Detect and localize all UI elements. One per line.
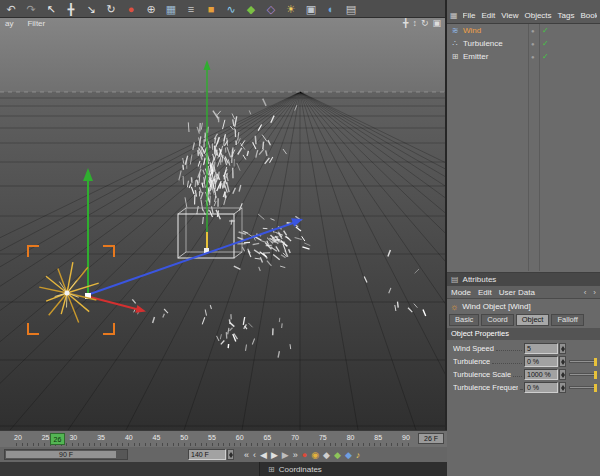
value-stepper[interactable] — [559, 356, 566, 367]
goto-start-button[interactable]: « — [244, 449, 249, 461]
key-position-button[interactable]: ◆ — [323, 449, 330, 461]
viewport-menu: ayFilter — [5, 19, 45, 28]
value-stepper[interactable] — [559, 343, 566, 354]
history-back-icon[interactable]: ‹ — [584, 288, 587, 297]
visibility-dot[interactable]: ● — [531, 28, 535, 34]
generator-icon[interactable]: ◆ — [243, 1, 259, 17]
attributes-panel: ▤ Attributes ModeEditUser Data ‹ › ☼ Win… — [447, 272, 600, 476]
value-stepper[interactable] — [559, 382, 566, 393]
viewport-menu-item[interactable]: Filter — [27, 19, 45, 28]
right-panel: ▦ FileEditViewObjectsTagsBookmarks ≋ Win… — [445, 0, 600, 476]
viewport-nav-controls: ╋↕↻▣ — [403, 18, 441, 28]
maximize-view-icon[interactable]: ▣ — [432, 18, 441, 28]
camera-icon[interactable]: ▣ — [303, 1, 319, 17]
autokey-button[interactable]: ◉ — [311, 449, 319, 461]
attributes-menu-item[interactable]: Edit — [478, 288, 492, 297]
play-sound-button[interactable]: ♪ — [356, 449, 361, 461]
undo-icon[interactable]: ↶ — [3, 1, 19, 17]
property-value-field[interactable]: 0 % — [524, 382, 558, 393]
modifier-icon[interactable]: ◇ — [263, 1, 279, 17]
object-manager-menu-item[interactable]: Edit — [481, 11, 495, 20]
object-label[interactable]: Wind — [463, 26, 481, 35]
rotate-view-icon[interactable]: ↻ — [421, 18, 429, 28]
object-manager-menu-item[interactable]: File — [463, 11, 476, 20]
scale-icon[interactable]: ↘ — [83, 1, 99, 17]
enabled-check-icon[interactable]: ✓ — [542, 39, 549, 48]
object-row-wind[interactable]: ≋ Wind ● ✓ — [447, 24, 600, 37]
zoom-view-icon[interactable]: ↕ — [412, 18, 417, 28]
play-button[interactable]: ▶ — [271, 449, 278, 461]
timeline-ruler[interactable]: 202530354045505560657075808590 26 26 F — [0, 430, 447, 447]
attributes-menu-item[interactable]: Mode — [451, 288, 471, 297]
attributes-menu-item[interactable]: User Data — [499, 288, 535, 297]
property-slider[interactable] — [569, 373, 597, 376]
timeline-tick-label: 60 — [236, 434, 244, 441]
end-frame-stepper[interactable] — [227, 449, 234, 460]
tab-basic[interactable]: Basic — [449, 314, 479, 326]
goto-end-button[interactable]: » — [293, 449, 298, 461]
section-header: Object Properties — [447, 328, 600, 340]
rotate-icon[interactable]: ↻ — [103, 1, 119, 17]
key-scale-button[interactable]: ◆ — [334, 449, 341, 461]
light-icon[interactable]: ☀ — [283, 1, 299, 17]
render-settings-icon[interactable]: ≡ — [183, 1, 199, 17]
property-value-field[interactable]: 1000 % — [524, 369, 558, 380]
environment-icon[interactable]: ◐ — [323, 1, 339, 17]
object-manager-menu-item[interactable]: Objects — [524, 11, 551, 20]
coordinate-system-icon[interactable]: ⊕ — [143, 1, 159, 17]
timeline-range-slider[interactable]: 90 F — [4, 449, 128, 460]
attribute-object-title-row: ☼ Wind Object [Wind] — [447, 299, 600, 314]
object-label[interactable]: Emitter — [463, 52, 488, 61]
viewport-3d[interactable]: ayFilter ╋↕↻▣ — [0, 18, 445, 430]
visibility-dot[interactable]: ● — [531, 54, 535, 60]
property-value-field[interactable]: 5 — [524, 343, 558, 354]
object-manager-menu-item[interactable]: Tags — [558, 11, 575, 20]
object-row-emitter[interactable]: ⊞ Emitter ● ✓ — [447, 50, 600, 63]
object-manager-icon: ▦ — [450, 11, 458, 20]
end-frame-field[interactable]: 140 F — [188, 449, 226, 460]
history-forward-icon[interactable]: › — [593, 288, 596, 297]
cube-primitive-icon[interactable]: ■ — [203, 1, 219, 17]
timeline-playhead[interactable]: 26 — [50, 433, 65, 445]
object-manager-menu-item[interactable]: View — [501, 11, 518, 20]
object-label[interactable]: Turbulence — [463, 39, 503, 48]
property-slider[interactable] — [569, 386, 597, 389]
value-stepper[interactable] — [559, 369, 566, 380]
status-bar-left — [0, 462, 260, 476]
viewport-menu-item[interactable]: ay — [5, 19, 13, 28]
enabled-check-icon[interactable]: ✓ — [542, 26, 549, 35]
object-manager-menu-item[interactable]: Bookmarks — [580, 11, 597, 20]
property-value-field[interactable]: 0 % — [524, 356, 558, 367]
object-type-icon: ∴ — [450, 39, 460, 48]
property-slider[interactable] — [569, 360, 597, 363]
next-frame-button[interactable]: ▶ — [282, 449, 289, 461]
display-mode-icon[interactable]: ▤ — [343, 1, 359, 17]
key-rotation-button[interactable]: ◆ — [345, 449, 352, 461]
tab-object[interactable]: Object — [516, 314, 550, 326]
move-icon[interactable]: ╋ — [63, 1, 79, 17]
viewport-canvas[interactable] — [0, 18, 445, 430]
spline-icon[interactable]: ∿ — [223, 1, 239, 17]
object-row-turbulence[interactable]: ∴ Turbulence ● ✓ — [447, 37, 600, 50]
tab-falloff[interactable]: Falloff — [551, 314, 583, 326]
enabled-check-icon[interactable]: ✓ — [542, 52, 549, 61]
live-selection-icon[interactable]: ↖ — [43, 1, 59, 17]
render-view-icon[interactable]: ▦ — [163, 1, 179, 17]
previous-frame-button[interactable]: ◀ — [260, 449, 267, 461]
last-tool-icon[interactable]: ● — [123, 1, 139, 17]
redo-icon[interactable]: ↷ — [23, 1, 39, 17]
slider-handle[interactable] — [594, 371, 597, 379]
visibility-dot[interactable]: ● — [531, 41, 535, 47]
current-frame-field[interactable]: 26 F — [418, 433, 444, 444]
pan-view-icon[interactable]: ╋ — [403, 18, 408, 28]
coordinates-panel-tab[interactable]: ⊞ Coordinates — [268, 465, 322, 474]
timeline-tick-label: 80 — [347, 434, 355, 441]
attributes-header[interactable]: ▤ Attributes — [447, 273, 600, 286]
previous-key-button[interactable]: ‹ — [253, 449, 256, 461]
slider-handle[interactable] — [594, 384, 597, 392]
slider-handle[interactable] — [594, 358, 597, 366]
tab-coord[interactable]: Coord — [481, 314, 513, 326]
attributes-title: Attributes — [463, 275, 497, 284]
property-label: Turbulence Scale — [453, 370, 511, 379]
record-button[interactable]: ● — [302, 449, 307, 461]
